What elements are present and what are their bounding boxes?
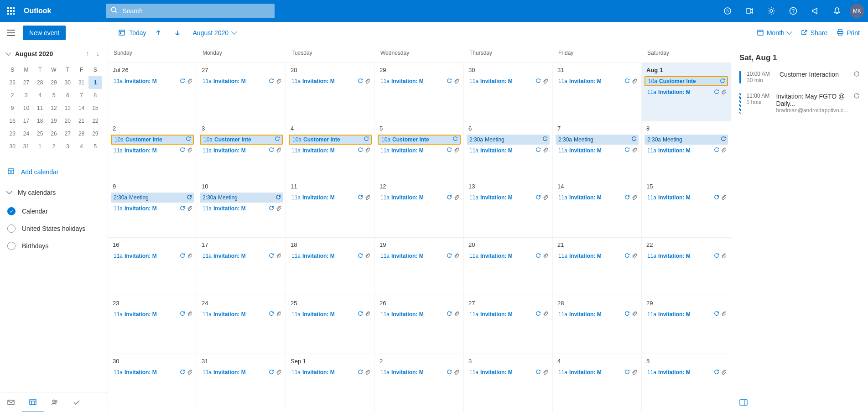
day-cell[interactable]: 511aInvitation: M [642, 354, 731, 412]
event-invitation[interactable]: 11aInvitation: M [111, 309, 194, 319]
search-input[interactable] [122, 7, 270, 15]
mini-day[interactable]: 28 [33, 76, 47, 89]
calendar-item[interactable]: Birthdays [0, 237, 108, 255]
mini-day[interactable]: 25 [33, 127, 47, 140]
mini-day[interactable]: 15 [88, 102, 102, 115]
event-meeting[interactable]: 2:30aMeeting [467, 135, 550, 145]
event-invitation[interactable]: 11aInvitation: M [378, 146, 461, 156]
mini-day[interactable]: 26 [47, 127, 61, 140]
event-invitation[interactable]: 11aInvitation: M [645, 251, 728, 261]
prev-period[interactable] [151, 26, 166, 40]
event-invitation[interactable]: 11aInvitation: M [289, 193, 372, 203]
day-cell[interactable]: 2411aInvitation: M [197, 296, 286, 354]
help-icon[interactable]: ? [782, 0, 804, 22]
mini-day[interactable]: 4 [33, 89, 47, 102]
calendar-checkbox[interactable] [7, 242, 16, 250]
day-cell[interactable]: 92:30aMeeting11aInvitation: M [108, 179, 197, 237]
event-invitation[interactable]: 11aInvitation: M [289, 309, 372, 319]
day-cell[interactable]: 2811aInvitation: M [286, 63, 375, 121]
day-cell[interactable]: 72:30aMeeting11aInvitation: M [553, 121, 642, 179]
mini-day[interactable]: 13 [61, 102, 74, 115]
app-launcher[interactable] [0, 0, 22, 22]
day-cell[interactable]: 1411aInvitation: M [553, 179, 642, 237]
mini-day[interactable]: 29 [47, 76, 61, 89]
calendar-checkbox[interactable] [7, 224, 16, 233]
day-cell[interactable]: 1811aInvitation: M [286, 238, 375, 296]
search-box[interactable] [106, 4, 275, 18]
day-cell[interactable]: 1311aInvitation: M [464, 179, 553, 237]
agenda-item[interactable]: 11:00 AM1 hourInvitation: May FGTO @ Dai… [739, 93, 860, 114]
event-invitation[interactable]: 11aInvitation: M [289, 146, 372, 156]
day-cell[interactable]: 2211aInvitation: M [642, 238, 731, 296]
mini-day[interactable]: 18 [33, 115, 47, 127]
mini-day[interactable]: 12 [47, 102, 61, 115]
mini-day[interactable]: 24 [19, 127, 33, 140]
day-cell[interactable]: 2811aInvitation: M [553, 296, 642, 354]
day-cell[interactable]: 2611aInvitation: M [375, 296, 464, 354]
event-invitation[interactable]: 11aInvitation: M [289, 367, 372, 377]
event-customer[interactable]: 10aCustomer Inte [289, 135, 372, 145]
event-meeting[interactable]: 2:30aMeeting [556, 135, 639, 145]
event-invitation[interactable]: 11aInvitation: M [467, 76, 550, 86]
event-invitation[interactable]: 11aInvitation: M [289, 251, 372, 261]
mini-day[interactable]: 28 [74, 127, 88, 140]
event-invitation[interactable]: 11aInvitation: M [200, 203, 283, 214]
mini-day[interactable]: 9 [5, 102, 19, 115]
day-cell[interactable]: 3011aInvitation: M [464, 63, 553, 121]
mini-day[interactable]: 4 [74, 140, 88, 153]
mini-day[interactable]: 17 [19, 115, 33, 127]
day-cell[interactable]: 2711aInvitation: M [464, 296, 553, 354]
day-cell[interactable]: Jul 2611aInvitation: M [108, 63, 197, 121]
calendar-item[interactable]: United States holidays [0, 220, 108, 237]
mini-day[interactable]: 5 [88, 140, 102, 153]
event-invitation[interactable]: 11aInvitation: M [467, 251, 550, 261]
day-cell[interactable]: 102:30aMeeting11aInvitation: M [197, 179, 286, 237]
day-cell[interactable]: 1511aInvitation: M [642, 179, 731, 237]
agenda-toggle[interactable] [739, 399, 748, 407]
calendar-checkbox[interactable] [7, 207, 16, 215]
mini-day[interactable]: 2 [5, 89, 19, 102]
mini-day[interactable]: 31 [19, 140, 33, 153]
mini-day[interactable]: 30 [61, 76, 74, 89]
mini-day[interactable]: 26 [5, 76, 19, 89]
event-invitation[interactable]: 11aInvitation: M [467, 367, 550, 377]
megaphone-icon[interactable] [804, 0, 826, 22]
mini-day[interactable]: 5 [47, 89, 61, 102]
mini-next[interactable]: ↓ [94, 49, 101, 59]
event-invitation[interactable]: 11aInvitation: M [645, 309, 728, 319]
mini-day[interactable]: 27 [61, 127, 74, 140]
meet-now-icon[interactable] [738, 0, 760, 22]
nav-toggle[interactable] [0, 22, 22, 44]
mini-day[interactable]: 1 [88, 76, 102, 89]
event-invitation[interactable]: 11aInvitation: M [378, 367, 461, 377]
day-cell[interactable]: 510aCustomer Inte11aInvitation: M [375, 121, 464, 179]
day-cell[interactable]: 82:30aMeeting11aInvitation: M [642, 121, 731, 179]
event-customer[interactable]: 10aCustomer Inte [378, 135, 461, 145]
day-cell[interactable]: 2511aInvitation: M [286, 296, 375, 354]
new-event-button[interactable]: New event [23, 26, 66, 40]
day-cell[interactable]: 2011aInvitation: M [464, 238, 553, 296]
event-invitation[interactable]: 11aInvitation: M [378, 251, 461, 261]
agenda-item[interactable]: 10:00 AM30 minCustomer Interaction [739, 71, 860, 83]
event-invitation[interactable]: 11aInvitation: M [556, 251, 639, 261]
mini-day[interactable]: 27 [19, 76, 33, 89]
month-dropdown[interactable]: August 2020 [193, 29, 237, 37]
event-invitation[interactable]: 11aInvitation: M [556, 309, 639, 319]
people-module[interactable] [44, 392, 66, 412]
mini-day[interactable]: 8 [88, 89, 102, 102]
my-calendars-group[interactable]: My calendars [0, 183, 108, 203]
event-meeting[interactable]: 2:30aMeeting [645, 135, 728, 145]
event-invitation[interactable]: 11aInvitation: M [289, 76, 372, 86]
event-invitation[interactable]: 11aInvitation: M [111, 251, 194, 261]
mini-day[interactable]: 31 [74, 76, 88, 89]
day-cell[interactable]: 1911aInvitation: M [375, 238, 464, 296]
mini-day[interactable]: 16 [5, 115, 19, 127]
day-cell[interactable]: 2711aInvitation: M [197, 63, 286, 121]
day-cell[interactable]: 310aCustomer Inte11aInvitation: M [197, 121, 286, 179]
day-cell[interactable]: 411aInvitation: M [553, 354, 642, 412]
day-cell[interactable]: 2911aInvitation: M [642, 296, 731, 354]
event-invitation[interactable]: 11aInvitation: M [556, 146, 639, 156]
day-cell[interactable]: 1611aInvitation: M [108, 238, 197, 296]
event-invitation[interactable]: 11aInvitation: M [378, 309, 461, 319]
event-meeting[interactable]: 2:30aMeeting [200, 193, 283, 203]
